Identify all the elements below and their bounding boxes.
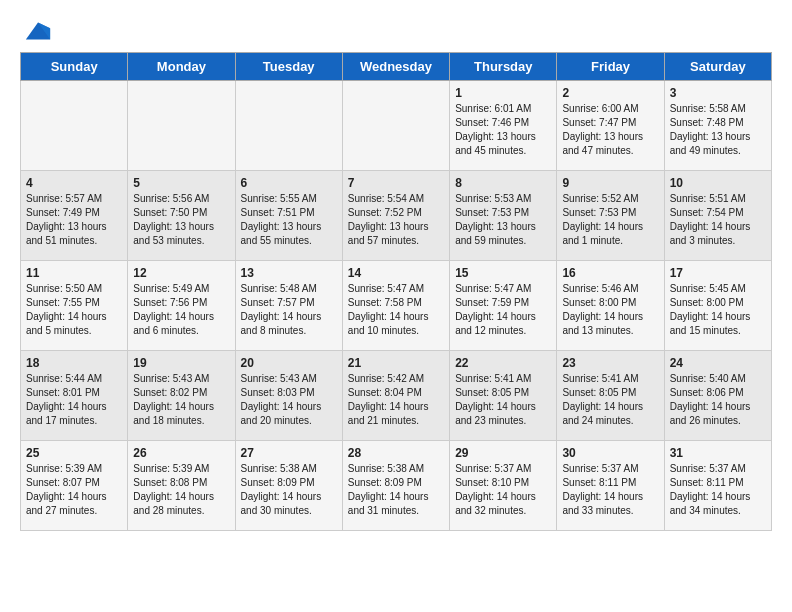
- calendar-header: SundayMondayTuesdayWednesdayThursdayFrid…: [21, 53, 772, 81]
- day-number: 20: [241, 356, 337, 370]
- day-info: Sunrise: 5:41 AM Sunset: 8:05 PM Dayligh…: [455, 372, 551, 428]
- day-number: 16: [562, 266, 658, 280]
- day-info: Sunrise: 5:43 AM Sunset: 8:02 PM Dayligh…: [133, 372, 229, 428]
- weekday-header-friday: Friday: [557, 53, 664, 81]
- weekday-header-sunday: Sunday: [21, 53, 128, 81]
- day-number: 26: [133, 446, 229, 460]
- day-number: 17: [670, 266, 766, 280]
- calendar-cell: 5Sunrise: 5:56 AM Sunset: 7:50 PM Daylig…: [128, 171, 235, 261]
- page-header: [20, 20, 772, 42]
- calendar-cell: 2Sunrise: 6:00 AM Sunset: 7:47 PM Daylig…: [557, 81, 664, 171]
- day-info: Sunrise: 5:58 AM Sunset: 7:48 PM Dayligh…: [670, 102, 766, 158]
- day-info: Sunrise: 5:49 AM Sunset: 7:56 PM Dayligh…: [133, 282, 229, 338]
- day-info: Sunrise: 5:39 AM Sunset: 8:08 PM Dayligh…: [133, 462, 229, 518]
- calendar-cell: 29Sunrise: 5:37 AM Sunset: 8:10 PM Dayli…: [450, 441, 557, 531]
- calendar-cell: 21Sunrise: 5:42 AM Sunset: 8:04 PM Dayli…: [342, 351, 449, 441]
- day-info: Sunrise: 6:01 AM Sunset: 7:46 PM Dayligh…: [455, 102, 551, 158]
- day-number: 29: [455, 446, 551, 460]
- weekday-header-saturday: Saturday: [664, 53, 771, 81]
- day-number: 18: [26, 356, 122, 370]
- day-info: Sunrise: 5:47 AM Sunset: 7:59 PM Dayligh…: [455, 282, 551, 338]
- day-info: Sunrise: 5:41 AM Sunset: 8:05 PM Dayligh…: [562, 372, 658, 428]
- calendar-cell: 8Sunrise: 5:53 AM Sunset: 7:53 PM Daylig…: [450, 171, 557, 261]
- weekday-header-monday: Monday: [128, 53, 235, 81]
- day-number: 7: [348, 176, 444, 190]
- calendar-cell: 13Sunrise: 5:48 AM Sunset: 7:57 PM Dayli…: [235, 261, 342, 351]
- day-number: 10: [670, 176, 766, 190]
- calendar-cell: 18Sunrise: 5:44 AM Sunset: 8:01 PM Dayli…: [21, 351, 128, 441]
- calendar-cell: 24Sunrise: 5:40 AM Sunset: 8:06 PM Dayli…: [664, 351, 771, 441]
- day-info: Sunrise: 5:40 AM Sunset: 8:06 PM Dayligh…: [670, 372, 766, 428]
- calendar-cell: [235, 81, 342, 171]
- calendar-cell: 9Sunrise: 5:52 AM Sunset: 7:53 PM Daylig…: [557, 171, 664, 261]
- calendar-cell: [21, 81, 128, 171]
- calendar-cell: 17Sunrise: 5:45 AM Sunset: 8:00 PM Dayli…: [664, 261, 771, 351]
- calendar-week-5: 25Sunrise: 5:39 AM Sunset: 8:07 PM Dayli…: [21, 441, 772, 531]
- day-number: 4: [26, 176, 122, 190]
- logo-icon: [24, 20, 52, 42]
- day-number: 23: [562, 356, 658, 370]
- calendar-cell: 10Sunrise: 5:51 AM Sunset: 7:54 PM Dayli…: [664, 171, 771, 261]
- day-number: 21: [348, 356, 444, 370]
- calendar-table: SundayMondayTuesdayWednesdayThursdayFrid…: [20, 52, 772, 531]
- calendar-cell: 12Sunrise: 5:49 AM Sunset: 7:56 PM Dayli…: [128, 261, 235, 351]
- day-number: 1: [455, 86, 551, 100]
- calendar-cell: 14Sunrise: 5:47 AM Sunset: 7:58 PM Dayli…: [342, 261, 449, 351]
- day-number: 30: [562, 446, 658, 460]
- day-info: Sunrise: 5:48 AM Sunset: 7:57 PM Dayligh…: [241, 282, 337, 338]
- day-info: Sunrise: 5:38 AM Sunset: 8:09 PM Dayligh…: [348, 462, 444, 518]
- day-number: 2: [562, 86, 658, 100]
- day-number: 11: [26, 266, 122, 280]
- calendar-cell: 23Sunrise: 5:41 AM Sunset: 8:05 PM Dayli…: [557, 351, 664, 441]
- day-info: Sunrise: 5:56 AM Sunset: 7:50 PM Dayligh…: [133, 192, 229, 248]
- calendar-week-1: 1Sunrise: 6:01 AM Sunset: 7:46 PM Daylig…: [21, 81, 772, 171]
- weekday-header-wednesday: Wednesday: [342, 53, 449, 81]
- calendar-cell: 27Sunrise: 5:38 AM Sunset: 8:09 PM Dayli…: [235, 441, 342, 531]
- calendar-cell: 19Sunrise: 5:43 AM Sunset: 8:02 PM Dayli…: [128, 351, 235, 441]
- day-info: Sunrise: 5:38 AM Sunset: 8:09 PM Dayligh…: [241, 462, 337, 518]
- calendar-cell: 22Sunrise: 5:41 AM Sunset: 8:05 PM Dayli…: [450, 351, 557, 441]
- day-number: 31: [670, 446, 766, 460]
- day-info: Sunrise: 5:51 AM Sunset: 7:54 PM Dayligh…: [670, 192, 766, 248]
- day-info: Sunrise: 5:43 AM Sunset: 8:03 PM Dayligh…: [241, 372, 337, 428]
- day-info: Sunrise: 5:39 AM Sunset: 8:07 PM Dayligh…: [26, 462, 122, 518]
- day-number: 6: [241, 176, 337, 190]
- day-info: Sunrise: 5:46 AM Sunset: 8:00 PM Dayligh…: [562, 282, 658, 338]
- day-info: Sunrise: 5:45 AM Sunset: 8:00 PM Dayligh…: [670, 282, 766, 338]
- day-info: Sunrise: 5:53 AM Sunset: 7:53 PM Dayligh…: [455, 192, 551, 248]
- day-number: 14: [348, 266, 444, 280]
- day-info: Sunrise: 5:55 AM Sunset: 7:51 PM Dayligh…: [241, 192, 337, 248]
- day-number: 15: [455, 266, 551, 280]
- calendar-cell: 4Sunrise: 5:57 AM Sunset: 7:49 PM Daylig…: [21, 171, 128, 261]
- calendar-cell: 1Sunrise: 6:01 AM Sunset: 7:46 PM Daylig…: [450, 81, 557, 171]
- calendar-cell: [128, 81, 235, 171]
- calendar-cell: 11Sunrise: 5:50 AM Sunset: 7:55 PM Dayli…: [21, 261, 128, 351]
- day-number: 25: [26, 446, 122, 460]
- day-number: 22: [455, 356, 551, 370]
- weekday-header-thursday: Thursday: [450, 53, 557, 81]
- calendar-cell: 16Sunrise: 5:46 AM Sunset: 8:00 PM Dayli…: [557, 261, 664, 351]
- day-info: Sunrise: 6:00 AM Sunset: 7:47 PM Dayligh…: [562, 102, 658, 158]
- day-info: Sunrise: 5:37 AM Sunset: 8:11 PM Dayligh…: [562, 462, 658, 518]
- day-number: 28: [348, 446, 444, 460]
- day-info: Sunrise: 5:52 AM Sunset: 7:53 PM Dayligh…: [562, 192, 658, 248]
- day-number: 24: [670, 356, 766, 370]
- day-info: Sunrise: 5:47 AM Sunset: 7:58 PM Dayligh…: [348, 282, 444, 338]
- day-info: Sunrise: 5:54 AM Sunset: 7:52 PM Dayligh…: [348, 192, 444, 248]
- day-number: 3: [670, 86, 766, 100]
- day-info: Sunrise: 5:50 AM Sunset: 7:55 PM Dayligh…: [26, 282, 122, 338]
- day-number: 5: [133, 176, 229, 190]
- day-number: 12: [133, 266, 229, 280]
- weekday-header-tuesday: Tuesday: [235, 53, 342, 81]
- day-info: Sunrise: 5:44 AM Sunset: 8:01 PM Dayligh…: [26, 372, 122, 428]
- calendar-cell: 6Sunrise: 5:55 AM Sunset: 7:51 PM Daylig…: [235, 171, 342, 261]
- calendar-cell: 28Sunrise: 5:38 AM Sunset: 8:09 PM Dayli…: [342, 441, 449, 531]
- day-number: 19: [133, 356, 229, 370]
- calendar-cell: 15Sunrise: 5:47 AM Sunset: 7:59 PM Dayli…: [450, 261, 557, 351]
- calendar-week-4: 18Sunrise: 5:44 AM Sunset: 8:01 PM Dayli…: [21, 351, 772, 441]
- day-number: 27: [241, 446, 337, 460]
- calendar-cell: 20Sunrise: 5:43 AM Sunset: 8:03 PM Dayli…: [235, 351, 342, 441]
- day-number: 8: [455, 176, 551, 190]
- calendar-week-3: 11Sunrise: 5:50 AM Sunset: 7:55 PM Dayli…: [21, 261, 772, 351]
- calendar-cell: 31Sunrise: 5:37 AM Sunset: 8:11 PM Dayli…: [664, 441, 771, 531]
